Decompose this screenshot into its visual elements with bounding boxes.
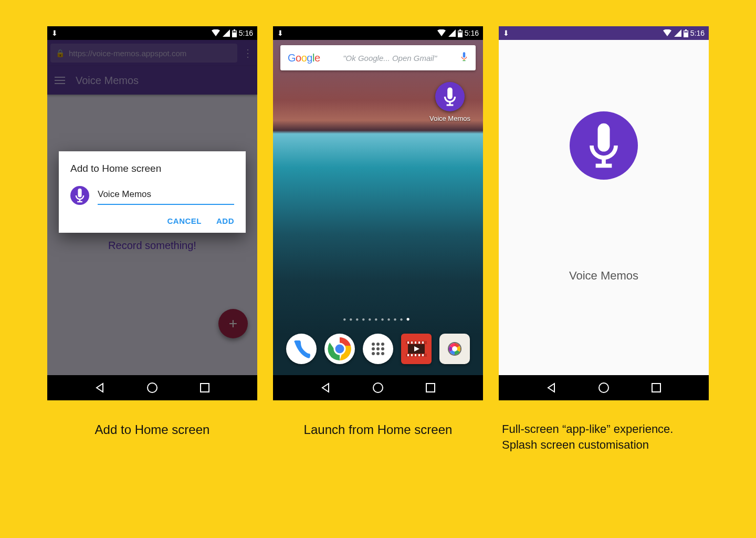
- app-icon: [70, 186, 89, 205]
- chrome-app-icon[interactable]: [324, 334, 355, 364]
- phone-screenshot-home-screen: ⬇ 5:16 Google "Ok Google... Open Gmail": [273, 26, 483, 400]
- shortcut-label: Voice Memos: [429, 115, 470, 122]
- svg-rect-32: [418, 342, 420, 344]
- page-indicator: ●●●●●●●●●●●: [273, 315, 483, 323]
- battery-icon: [232, 29, 237, 37]
- captions: Add to Home screen Launch from Home scre…: [24, 421, 732, 452]
- homescreen-shortcut[interactable]: Voice Memos: [429, 82, 470, 122]
- back-button[interactable]: [92, 380, 107, 395]
- hamburger-icon[interactable]: [55, 77, 65, 84]
- svg-rect-9: [459, 29, 461, 30]
- svg-rect-5: [233, 31, 236, 33]
- splash-app-icon: [570, 111, 638, 180]
- url-text: https://voice-memos.appspot.com: [69, 49, 186, 58]
- menu-icon[interactable]: ⋮: [242, 47, 254, 59]
- splash-screen: Voice Memos: [499, 40, 709, 375]
- wifi-icon: [663, 29, 672, 37]
- app-drawer-icon[interactable]: [363, 334, 393, 364]
- svg-rect-4: [234, 29, 235, 30]
- recents-button[interactable]: [197, 380, 212, 395]
- svg-rect-29: [407, 342, 409, 344]
- svg-rect-46: [684, 31, 688, 33]
- svg-rect-37: [418, 354, 420, 356]
- svg-point-18: [376, 343, 380, 346]
- status-bar: ⬇ 5:16: [273, 26, 483, 40]
- microphone-icon: [584, 120, 623, 171]
- svg-rect-30: [411, 342, 413, 344]
- back-button[interactable]: [544, 380, 559, 395]
- svg-point-19: [381, 343, 384, 346]
- cell-signal-icon: [674, 29, 681, 37]
- cell-signal-icon: [223, 29, 230, 37]
- cell-signal-icon: [448, 29, 456, 37]
- svg-point-24: [376, 352, 380, 355]
- google-search-widget[interactable]: Google "Ok Google... Open Gmail": [280, 45, 476, 70]
- svg-rect-48: [652, 384, 660, 392]
- fab-record-button[interactable]: +: [218, 309, 248, 338]
- lock-icon: 🔒: [56, 49, 65, 57]
- phone-screenshot-splash: ⬇ 5:16 Voice Memos: [499, 26, 709, 400]
- recents-button[interactable]: [649, 380, 664, 395]
- wifi-icon: [437, 29, 446, 37]
- svg-point-47: [599, 383, 608, 392]
- svg-rect-36: [415, 354, 416, 356]
- search-hint: "Ok Google... Open Gmail": [327, 54, 454, 63]
- svg-point-21: [376, 347, 380, 350]
- url-input[interactable]: 🔒 https://voice-memos.appspot.com: [50, 44, 237, 63]
- camera-app-icon[interactable]: [439, 334, 470, 364]
- phone-app-icon[interactable]: [286, 334, 317, 364]
- microphone-icon: [74, 188, 86, 203]
- status-time: 5:16: [239, 29, 253, 37]
- caption-3: Full-screen “app-like” experience. Splas…: [499, 421, 709, 452]
- svg-point-17: [372, 343, 375, 346]
- android-nav-bar: [273, 375, 483, 400]
- shortcut-name-input[interactable]: [98, 186, 234, 205]
- svg-rect-31: [415, 342, 416, 344]
- splash-app-name: Voice Memos: [569, 269, 638, 283]
- svg-rect-45: [685, 29, 687, 30]
- android-nav-bar: [499, 375, 709, 400]
- download-icon: ⬇: [503, 29, 509, 37]
- battery-icon: [458, 29, 463, 37]
- status-time: 5:16: [465, 29, 479, 37]
- empty-state-message: Record something!: [47, 240, 257, 252]
- google-logo: Google: [288, 52, 320, 64]
- svg-rect-33: [422, 342, 424, 344]
- svg-point-25: [381, 352, 384, 355]
- download-icon: ⬇: [277, 29, 284, 37]
- status-bar: ⬇ 5:16: [499, 26, 709, 40]
- back-button[interactable]: [318, 380, 333, 395]
- phone-screenshot-add-to-home: ⬇ 5:16 🔒 https://voice-memos.appspot.com…: [47, 26, 257, 400]
- dock: [273, 328, 483, 370]
- android-nav-bar: [47, 375, 257, 400]
- svg-point-42: [373, 383, 383, 392]
- recents-button[interactable]: [423, 380, 438, 395]
- add-to-home-dialog: Add to Home screen CANCEL ADD: [59, 151, 246, 233]
- app-bar: Voice Memos: [47, 66, 257, 95]
- wifi-icon: [211, 29, 220, 37]
- svg-rect-35: [411, 354, 413, 356]
- download-icon: ⬇: [51, 29, 58, 37]
- caption-1: Add to Home screen: [47, 421, 257, 452]
- voice-search-icon[interactable]: [460, 51, 468, 65]
- video-app-icon[interactable]: [401, 334, 432, 364]
- battery-icon: [684, 29, 688, 37]
- svg-point-20: [372, 347, 375, 350]
- app-icon: [435, 82, 465, 111]
- svg-rect-7: [201, 384, 209, 392]
- cancel-button[interactable]: CANCEL: [167, 216, 202, 225]
- add-button[interactable]: ADD: [216, 216, 234, 225]
- home-button[interactable]: [596, 380, 611, 395]
- svg-rect-38: [422, 354, 424, 356]
- microphone-icon: [442, 86, 458, 107]
- plus-icon: +: [229, 315, 237, 332]
- svg-rect-43: [426, 384, 435, 392]
- svg-point-23: [372, 352, 375, 355]
- app-title: Voice Memos: [76, 75, 139, 87]
- caption-2: Launch from Home screen: [273, 421, 483, 452]
- svg-rect-11: [463, 52, 465, 58]
- home-button[interactable]: [145, 380, 160, 395]
- browser-url-bar: 🔒 https://voice-memos.appspot.com ⋮: [47, 40, 257, 66]
- home-button[interactable]: [371, 380, 385, 395]
- svg-rect-34: [407, 354, 409, 356]
